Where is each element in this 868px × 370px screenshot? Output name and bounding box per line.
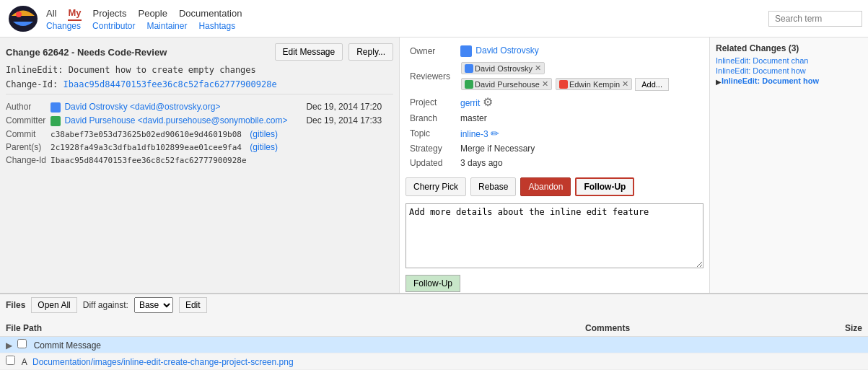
search-box[interactable] bbox=[768, 11, 862, 27]
reviewer-2-avatar bbox=[465, 80, 473, 89]
file-row: A Documentation/images/inline-edit-creat… bbox=[0, 353, 521, 370]
owner-link[interactable]: David Ostrovsky bbox=[475, 45, 538, 56]
file-size bbox=[694, 353, 868, 370]
logo bbox=[6, 1, 40, 36]
expand-icon[interactable]: ▶ bbox=[6, 340, 12, 351]
commit-hash-value: c38abef73e053d73625b02ed90610e9d46019b08… bbox=[51, 128, 291, 141]
change-header: Change 62642 - Needs Code-Review Edit Me… bbox=[6, 43, 393, 61]
reviewer-1: David Ostrovsky ✕ bbox=[461, 62, 545, 74]
branch-value: master bbox=[456, 111, 703, 125]
file-path-link[interactable]: Documentation/images/inline-edit-create-… bbox=[32, 357, 294, 367]
follow-up-button[interactable]: Follow-Up bbox=[575, 177, 634, 196]
project-link[interactable]: gerrit bbox=[460, 98, 480, 108]
nav-projects[interactable]: Projects bbox=[93, 6, 127, 20]
edit-topic-icon[interactable]: ✏ bbox=[491, 128, 499, 139]
change-title: Change 62642 - Needs Code-Review bbox=[6, 47, 275, 58]
reviewers-row: David Ostrovsky ✕ bbox=[460, 61, 699, 75]
followup-textarea[interactable]: Add more details about the inline edit f… bbox=[405, 203, 703, 268]
diff-against-label: Diff against: bbox=[83, 300, 128, 310]
left-panel: Change 62642 - Needs Code-Review Edit Me… bbox=[0, 38, 399, 293]
nav-my[interactable]: My bbox=[68, 6, 81, 21]
author-date: Dec 19, 2014 17:20 bbox=[291, 100, 386, 114]
parent-gitiles-link[interactable]: (gitiles) bbox=[250, 142, 278, 152]
file-status-a: A bbox=[22, 357, 27, 367]
reviewers-row-2: David Pursehouse ✕ Edwin Kempin ✕ Add... bbox=[460, 77, 699, 91]
nav-people[interactable]: People bbox=[138, 6, 167, 20]
updated-label: Updated bbox=[405, 156, 456, 170]
commit-message-label: Commit Message bbox=[34, 340, 101, 351]
reviewer-3: Edwin Kempin ✕ bbox=[556, 78, 632, 90]
related-link-1[interactable]: InlineEdit: Document chan bbox=[716, 56, 860, 65]
subnav-hashtags[interactable]: Hashtags bbox=[198, 21, 235, 31]
files-section: Files Open All Diff against: Base Edit F… bbox=[0, 293, 868, 370]
subnav-contributor[interactable]: Contributor bbox=[92, 21, 135, 31]
nav-all[interactable]: All bbox=[46, 6, 56, 20]
parent-hash-value: 2c1928fa49a3c3dfba1dfb102899eae01cee9fa4… bbox=[51, 141, 291, 154]
abandon-button[interactable]: Abandon bbox=[520, 177, 571, 196]
committer-link[interactable]: David Pursehouse <david.pursehouse@sonym… bbox=[64, 115, 287, 125]
related-current-row: ▶ InlineEdit: Document how bbox=[716, 76, 862, 87]
change-id-link[interactable]: Ibaac95d84470153fee36c8c52fac62777900928… bbox=[63, 79, 276, 89]
commit-metadata: Author David Ostrovsky <david@ostrovsky.… bbox=[6, 100, 386, 167]
svg-point-1 bbox=[16, 12, 22, 17]
subnav-changes[interactable]: Changes bbox=[46, 21, 81, 31]
gear-icon[interactable]: ⚙ bbox=[483, 96, 493, 108]
reviewer-2-name: David Pursehouse bbox=[475, 80, 540, 89]
open-all-button[interactable]: Open All bbox=[31, 297, 76, 313]
file-comments bbox=[521, 353, 695, 370]
updated-value: 3 days ago bbox=[456, 156, 703, 170]
reviewers-label: Reviewers bbox=[405, 59, 456, 93]
action-buttons: Cherry Pick Rebase Abandon Follow-Up bbox=[405, 177, 703, 196]
edit-files-button[interactable]: Edit bbox=[179, 297, 207, 313]
table-row: ▶ Commit Message bbox=[0, 337, 868, 353]
file-checkbox-2[interactable] bbox=[6, 356, 15, 365]
followup-submit-button[interactable]: Follow-Up bbox=[405, 275, 460, 292]
header: All My Projects People Documentation Cha… bbox=[0, 0, 868, 38]
cherry-pick-button[interactable]: Cherry Pick bbox=[405, 177, 466, 196]
add-reviewer-button[interactable]: Add... bbox=[635, 78, 669, 91]
parent-hash: 2c1928fa49a3c3dfba1dfb102899eae01cee9fa4 bbox=[51, 143, 242, 152]
topic-link[interactable]: inline-3 bbox=[460, 129, 488, 139]
comments-header: Comments bbox=[521, 320, 695, 337]
committer-label: Committer bbox=[6, 114, 51, 128]
project-label: Project bbox=[405, 93, 456, 111]
reviewer-3-avatar bbox=[559, 80, 568, 89]
related-link-3[interactable]: InlineEdit: Document how bbox=[722, 76, 819, 85]
reviewer-1-remove[interactable]: ✕ bbox=[535, 63, 541, 73]
reviewer-3-name: Edwin Kempin bbox=[569, 80, 620, 89]
diff-against-select[interactable]: Base bbox=[134, 297, 173, 313]
commit-gitiles-link[interactable]: (gitiles) bbox=[250, 129, 278, 139]
rebase-button[interactable]: Rebase bbox=[470, 177, 516, 196]
file-checkbox-1[interactable] bbox=[17, 339, 27, 348]
author-value: David Ostrovsky <david@ostrovsky.org> bbox=[51, 100, 291, 114]
nav-documentation[interactable]: Documentation bbox=[179, 6, 242, 20]
strategy-label: Strategy bbox=[405, 141, 456, 156]
reviewer-1-name: David Ostrovsky bbox=[475, 64, 532, 73]
change-id-row: Change-Id: Ibaac95d84470153fee36c8c52fac… bbox=[6, 79, 393, 89]
topic-value: inline-3 ✏ bbox=[456, 125, 703, 141]
search-input[interactable] bbox=[768, 11, 862, 27]
subnav-maintainer[interactable]: Maintainer bbox=[146, 21, 187, 31]
commit-size bbox=[694, 337, 868, 353]
commit-message: InlineEdit: Document how to create empty… bbox=[6, 65, 393, 75]
commit-hash: c38abef73e053d73625b02ed90610e9d46019b08 bbox=[51, 130, 242, 139]
reviewer-3-remove[interactable]: ✕ bbox=[622, 79, 628, 89]
committer-date: Dec 19, 2014 17:33 bbox=[291, 114, 386, 128]
commit-comments bbox=[521, 337, 695, 353]
reply-button[interactable]: Reply... bbox=[348, 43, 393, 61]
related-title: Related Changes (3) bbox=[716, 43, 862, 53]
reviewer-2: David Pursehouse ✕ bbox=[461, 78, 552, 90]
files-title: Files bbox=[6, 300, 25, 310]
middle-panel: Owner David Ostrovsky Reviewers David Os… bbox=[399, 38, 709, 293]
changeid-label: Change-Id bbox=[6, 154, 51, 167]
project-value: gerrit ⚙ bbox=[456, 93, 703, 111]
info-table: Owner David Ostrovsky Reviewers David Os… bbox=[405, 43, 703, 170]
changeid-hash: Ibaac95d84470153fee36c8c52fac62777900928… bbox=[51, 156, 247, 165]
branch-label: Branch bbox=[405, 111, 456, 125]
reviewer-2-remove[interactable]: ✕ bbox=[542, 79, 548, 89]
changeid-value: Ibaac95d84470153fee36c8c52fac62777900928… bbox=[51, 154, 291, 167]
edit-message-button[interactable]: Edit Message bbox=[275, 43, 343, 61]
author-link[interactable]: David Ostrovsky <david@ostrovsky.org> bbox=[64, 102, 220, 112]
size-header: Size bbox=[694, 320, 868, 337]
related-link-2[interactable]: InlineEdit: Document how bbox=[716, 66, 860, 75]
